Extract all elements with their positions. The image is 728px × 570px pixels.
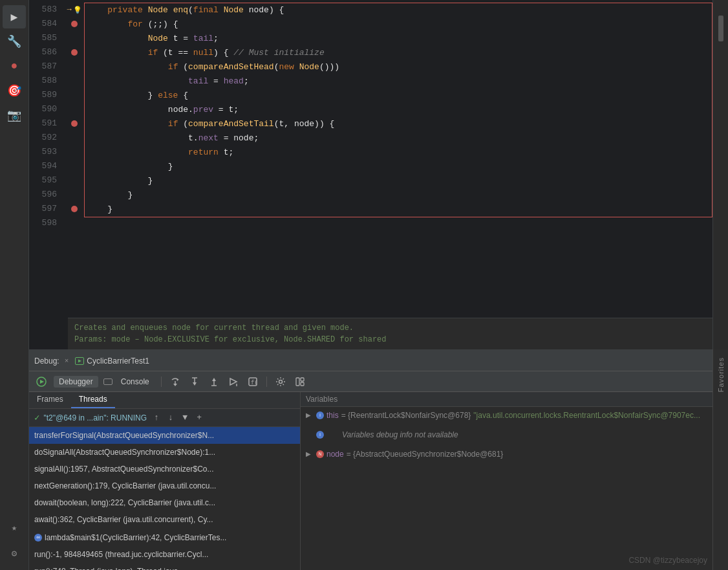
svg-rect-16 — [296, 378, 299, 386]
line-num-583: 583 — [29, 3, 57, 17]
code-line-592: t.next = node; — [85, 131, 712, 146]
thread-down-btn[interactable]: ↓ — [165, 412, 177, 424]
frame-wrapper-6: ∞ lambda$main$1(CyclicBarrier):42, Cycli… — [34, 531, 226, 544]
code-line-585: Node t = tail; — [85, 32, 712, 46]
console-icon — [103, 378, 112, 385]
frames-list[interactable]: transferForSignal(AbstractQueuedSynchron… — [29, 427, 300, 570]
gutter-589 — [65, 88, 84, 102]
run-to-cursor-btn[interactable] — [226, 375, 241, 389]
frame-text-5: await():362, CyclicBarrier (java.util.co… — [34, 515, 213, 524]
gutter-583: → 💡 — [65, 3, 84, 17]
svg-rect-17 — [301, 378, 304, 381]
step-over-btn[interactable] — [168, 375, 182, 389]
gutter-594 — [65, 159, 84, 173]
sidebar-icon-settings[interactable]: ⚙ — [3, 542, 26, 565]
frame-text-1: doSignalAll(AbstractQueuedSynchronizer$N… — [34, 448, 215, 457]
code-line-594: } — [85, 160, 712, 174]
scroll-indicator — [718, 16, 723, 41]
step-into-btn[interactable] — [187, 375, 202, 389]
code-content: 583 584 585 586 587 588 589 590 591 592 … — [29, 0, 712, 349]
sidebar-icon-bookmark[interactable]: ★ — [3, 516, 26, 539]
frame-item-3[interactable]: nextGeneration():179, CyclicBarrier (jav… — [29, 477, 300, 494]
frame-text-6: lambda$main$1(CyclicBarrier):42, CyclicB… — [45, 531, 226, 544]
breakpoint-586[interactable] — [71, 49, 78, 56]
favorites-bar: Favorites — [712, 349, 728, 570]
frame-item-2[interactable]: signalAll():1957, AbstractQueuedSynchron… — [29, 461, 300, 477]
frame-item-8[interactable]: run():748, Thread (java.lang), Thread.ja… — [29, 563, 300, 570]
var-equals-this: = {ReentrantLock$NonfairSync@678} — [341, 409, 471, 422]
frame-item-6[interactable]: ∞ lambda$main$1(CyclicBarrier):42, Cycli… — [29, 528, 300, 546]
code-line-595: } — [85, 174, 712, 188]
breakpoint-597[interactable] — [71, 206, 78, 212]
current-line-arrow: → — [67, 5, 71, 14]
sidebar-icon-profiler[interactable]: 🎯 — [3, 79, 26, 102]
var-item-warning: i Variables debug info not available — [301, 424, 728, 446]
var-item-node[interactable]: ▶ N node = {AbstractQueuedSynchronizer$N… — [301, 446, 728, 463]
breakpoint-584[interactable] — [71, 21, 78, 27]
code-lines[interactable]: private Node enq(final Node node) { for … — [84, 3, 712, 349]
var-icon-node: N — [316, 450, 324, 458]
frame-text-3: nextGeneration():179, CyclicBarrier (jav… — [34, 481, 216, 490]
var-item-this[interactable]: ▶ i this = {ReentrantLock$NonfairSync@67… — [301, 407, 728, 424]
frame-item-0[interactable]: transferForSignal(AbstractQueuedSynchron… — [29, 427, 300, 444]
debug-session: ▶ CyclicBarrierTest1 — [75, 356, 149, 366]
line-num-598: 598 — [29, 216, 57, 230]
lambda-icon: ∞ — [34, 534, 42, 542]
line-num-593: 593 — [29, 145, 57, 159]
var-name-node: node — [327, 448, 344, 461]
frame-item-5[interactable]: await():362, CyclicBarrier (java.util.co… — [29, 511, 300, 528]
thread-up-btn[interactable]: ↑ — [151, 412, 162, 424]
svg-marker-4 — [173, 384, 177, 386]
line-num-596: 596 — [29, 188, 57, 202]
line-num-589: 589 — [29, 88, 57, 102]
toolbar-sep1 — [161, 377, 162, 387]
frame-item-4[interactable]: dowait(boolean, long):222, CyclicBarrier… — [29, 494, 300, 511]
line-num-594: 594 — [29, 159, 57, 173]
line-num-592: 592 — [29, 131, 57, 145]
thread-add-btn[interactable]: + — [193, 412, 205, 424]
gutter-584 — [65, 17, 84, 31]
sidebar-icon-build[interactable]: 🔧 — [3, 30, 26, 53]
var-expand-this[interactable]: ▶ — [306, 409, 314, 422]
tab-console-wrapper: Console — [103, 376, 155, 388]
step-out-btn[interactable] — [207, 375, 221, 389]
thread-header: ✓ "t2"@649 in ...ain": RUNNING ↑ ↓ ▼ + — [29, 409, 300, 427]
resume-btn[interactable] — [34, 375, 48, 389]
evaluate-btn[interactable]: f(x) — [246, 375, 260, 389]
thread-name: "t2"@649 in ...ain": RUNNING — [43, 413, 147, 422]
code-line-593: return t; — [85, 146, 712, 160]
toolbar-bar: Debugger Console f(x) — [29, 371, 728, 392]
right-panel: Variables ▶ i this = {ReentrantLock$Nonf… — [301, 392, 728, 570]
thread-filter-btn[interactable]: ▼ — [179, 412, 191, 424]
layout-btn[interactable] — [293, 375, 307, 389]
tab-debugger[interactable]: Debugger — [54, 376, 98, 388]
sidebar-icon-run[interactable]: ▶ — [3, 5, 26, 28]
debug-label: Debug: — [34, 356, 59, 366]
sidebar-icon-debug[interactable]: ● — [3, 54, 26, 78]
session-name[interactable]: CyclicBarrierTest1 — [87, 356, 149, 366]
settings-btn[interactable] — [273, 375, 288, 389]
code-line-583: private Node enq(final Node node) { — [85, 3, 712, 17]
frame-text-8: run():748, Thread (java.lang), Thread.ja… — [34, 567, 178, 570]
hint-icon-583: 💡 — [73, 6, 82, 14]
var-value-this: "java.util.concurrent.locks.ReentrantLoc… — [473, 409, 700, 422]
sidebar-icon-camera[interactable]: 📷 — [3, 104, 26, 127]
tab-console[interactable]: Console — [116, 376, 155, 388]
right-scrollbar[interactable] — [712, 0, 728, 349]
code-line-587: if (compareAndSetHead(new Node())) — [85, 60, 712, 74]
frame-item-7[interactable]: run():-1, 984849465 (thread.juc.cyclicba… — [29, 546, 300, 563]
debug-close-btn[interactable]: × — [65, 357, 69, 365]
code-line-586: if (t == null) { // Must initialize — [85, 46, 712, 60]
tab-threads[interactable]: Threads — [71, 392, 115, 408]
code-line-597: } — [85, 203, 712, 217]
var-expand-node[interactable]: ▶ — [306, 448, 314, 461]
var-icon-this: i — [316, 411, 324, 419]
session-icon: ▶ — [75, 357, 84, 365]
code-line-590: node.prev = t; — [85, 103, 712, 117]
tab-frames[interactable]: Frames — [29, 392, 71, 408]
breakpoint-591[interactable] — [71, 120, 78, 127]
svg-marker-9 — [212, 378, 216, 381]
code-line-589: } else { — [85, 89, 712, 103]
main-container: 583 584 585 586 587 588 589 590 591 592 … — [29, 0, 728, 570]
frame-item-1[interactable]: doSignalAll(AbstractQueuedSynchronizer$N… — [29, 444, 300, 461]
